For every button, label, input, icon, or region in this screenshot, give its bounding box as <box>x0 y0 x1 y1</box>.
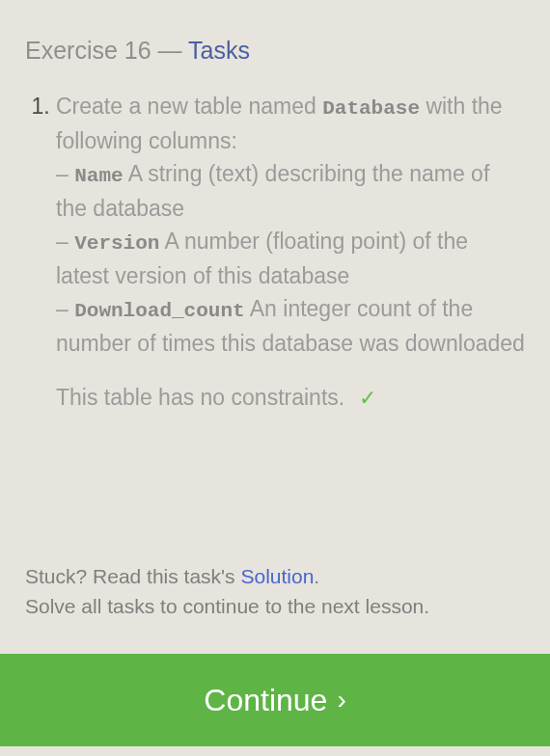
task-item: Create a new table named Database with t… <box>56 90 525 415</box>
solution-link[interactable]: Solution <box>240 565 314 587</box>
column-spec: – Name A string (text) describing the na… <box>56 157 525 225</box>
code-column-name: Version <box>74 232 159 255</box>
check-icon: ✓ <box>359 386 376 410</box>
exercise-panel: Exercise 16 — Tasks Create a new table n… <box>0 0 550 756</box>
chevron-right-icon: › <box>337 685 345 716</box>
column-spec: – Download_count An integer count of the… <box>56 292 525 360</box>
stuck-prefix: Stuck? Read this task's <box>25 565 240 587</box>
panel-header: Exercise 16 — Tasks <box>25 37 525 65</box>
task-constraints: This table has no constraints. ✓ <box>56 381 525 415</box>
code-column-name: Download_count <box>74 300 244 322</box>
constraints-text: This table has no constraints. <box>56 385 344 410</box>
continue-label: Continue <box>204 683 327 718</box>
column-spec: – Version A number (floating point) of t… <box>56 225 525 292</box>
solve-all-line: Solve all tasks to continue to the next … <box>25 592 525 621</box>
header-separator: — <box>158 37 182 64</box>
continue-button[interactable]: Continue › <box>0 654 550 746</box>
dash-icon: – <box>56 161 74 186</box>
footer-hint: Stuck? Read this task's Solution. Solve … <box>25 562 525 621</box>
dash-icon: – <box>56 296 74 321</box>
stuck-suffix: . <box>314 565 319 587</box>
dash-icon: – <box>56 229 74 254</box>
code-table-name: Database <box>322 97 420 120</box>
task-intro-before: Create a new table named <box>56 94 322 119</box>
header-title: Tasks <box>188 37 250 64</box>
code-column-name: Name <box>74 165 123 187</box>
task-body: Create a new table named Database with t… <box>56 94 525 415</box>
stuck-line: Stuck? Read this task's Solution. <box>25 562 525 591</box>
task-list: Create a new table named Database with t… <box>25 90 525 415</box>
exercise-number: Exercise 16 <box>25 37 151 64</box>
